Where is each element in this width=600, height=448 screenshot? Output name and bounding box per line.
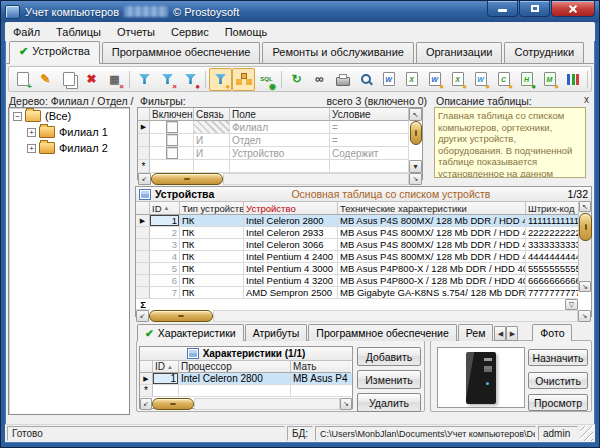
filter-enabled-checkbox[interactable] (166, 147, 178, 159)
filters-vscroll-thumb[interactable] (410, 121, 422, 145)
export-html-icon[interactable]: H● (515, 68, 538, 91)
device-row[interactable]: 2 ПК Intel Celeron 2933 MB Asus P4S 800M… (136, 227, 591, 239)
add-record-icon[interactable]: + (11, 68, 34, 91)
export-word-template-icon[interactable]: W● (423, 68, 446, 91)
tab-photo[interactable]: Фото (532, 324, 572, 341)
description-close-icon[interactable]: x (581, 94, 592, 105)
collapse-icon[interactable]: − (13, 112, 22, 121)
devices-table: Устройства Основная таблица со списком у… (135, 186, 592, 317)
tab-repairs-sub[interactable]: Рем (458, 324, 494, 341)
tab-software-sub[interactable]: Программное обеспечение (308, 324, 456, 341)
corner-jump-icon[interactable]: ↘ (340, 398, 352, 410)
export-oo-calc-icon[interactable]: C● (492, 68, 515, 91)
find-icon[interactable]: ∞ (308, 68, 331, 91)
sql-filter-icon[interactable]: SQL◉ (255, 68, 278, 91)
filter-new-row[interactable]: * ▼ (138, 160, 422, 173)
device-row[interactable]: 3 ПК Intel Celeron 3066 MB Asus P4S 800M… (136, 239, 591, 251)
corner-jump-icon[interactable]: ↙ (140, 398, 152, 410)
tab-attributes[interactable]: Атрибуты (245, 324, 308, 341)
tab-devices[interactable]: Устройства (9, 41, 100, 64)
tab-characteristics[interactable]: Характеристики (137, 324, 244, 341)
tree-panel-toggle-icon[interactable] (232, 68, 255, 91)
characteristics-hscroll-thumb[interactable] (152, 398, 194, 410)
characteristic-row[interactable]: 1 Intel Celeron 2800 MB Asus P4 (140, 373, 352, 385)
tree-item-all[interactable]: − (Все) (9, 108, 129, 124)
delete-all-records-icon[interactable]: ▦× (103, 68, 126, 91)
filter-enabled-checkbox[interactable] (166, 134, 178, 146)
refresh-icon[interactable]: ↻ (285, 68, 308, 91)
expand-icon[interactable]: + (27, 128, 36, 137)
filter-add-icon[interactable] (133, 68, 156, 91)
device-row[interactable]: 4 ПК Intel Pentium 4 2400 MB Asus P4S 80… (136, 251, 591, 263)
tab-scroll-right-icon[interactable]: ▶ (506, 326, 518, 341)
copy-record-icon[interactable] (57, 68, 80, 91)
corner-jump-icon[interactable]: ↖ (579, 201, 591, 212)
print-icon[interactable] (331, 68, 354, 91)
tree-item-branch2[interactable]: + Филиал 2 (9, 140, 129, 156)
table-icon (187, 348, 199, 359)
corner-jump-icon[interactable]: ▼ (409, 160, 422, 173)
tab-employees[interactable]: Сотрудники (504, 42, 584, 63)
filter-enabled-checkbox[interactable] (166, 121, 178, 133)
check-icon (145, 327, 154, 339)
edit-button[interactable]: Изменить (357, 370, 421, 389)
tab-organizations[interactable]: Организации (416, 42, 503, 63)
export-excel-template-icon[interactable]: X● (446, 68, 469, 91)
device-row[interactable]: 5 ПК Intel Pentium 4 3000 MB Asus P4P800… (136, 263, 591, 275)
device-row[interactable]: 7 ПК AMD Sempron 2500 MB Gigabyte GA-K8N… (136, 287, 591, 299)
corner-jump-icon[interactable]: ↖ (409, 108, 422, 121)
tree-item-branch1[interactable]: + Филиал 1 (9, 124, 129, 140)
corner-jump-icon[interactable]: ↘ (579, 281, 591, 292)
devices-vscroll-thumb[interactable] (579, 213, 592, 241)
status-bar: Готово БД: C:\Users\MonbJlan\Documents\У… (5, 424, 595, 442)
corner-jump-icon[interactable]: ↘ (578, 310, 591, 322)
filter-row[interactable]: И Устройство Содержит (138, 147, 422, 160)
delete-button[interactable]: Удалить (357, 393, 421, 412)
expand-icon[interactable]: + (27, 144, 36, 153)
filter-row[interactable]: И Отдел = (138, 134, 422, 147)
menu-help[interactable]: Помощь (217, 24, 276, 40)
characteristic-new-row[interactable]: * (140, 385, 352, 397)
menu-service[interactable]: Сервис (163, 24, 217, 40)
tab-repairs[interactable]: Ремонты и обслуживание (262, 42, 413, 63)
delete-record-icon[interactable]: ✖ (80, 68, 103, 91)
summary-row-toggle-icon[interactable]: ● (591, 68, 592, 91)
export-excel-icon[interactable]: X (400, 68, 423, 91)
edit-record-icon[interactable]: ✎ (34, 68, 57, 91)
menu-reports[interactable]: Отчеты (109, 24, 163, 40)
app-icon (5, 5, 20, 19)
characteristics-hscrollbar: ↙ ↘ (140, 398, 352, 410)
filter-remove-icon[interactable]: × (156, 68, 179, 91)
filters-hscroll-thumb[interactable] (151, 173, 223, 185)
filter-corner-icon[interactable]: ▽ (565, 299, 578, 310)
clear-photo-button[interactable]: Очистить (528, 372, 588, 389)
print-preview-icon[interactable] (354, 68, 377, 91)
filter-clear-icon[interactable]: ● (179, 68, 202, 91)
menu-tables[interactable]: Таблицы (48, 24, 109, 40)
resize-grip[interactable] (580, 426, 593, 441)
status-message: Готово (7, 426, 285, 441)
open-folder-icon (25, 110, 41, 122)
corner-jump-icon[interactable]: ↙ (138, 173, 151, 185)
close-button[interactable] (551, 1, 595, 17)
export-xml-icon[interactable]: M● (538, 68, 561, 91)
devices-hscroll-thumb[interactable] (149, 310, 213, 322)
corner-jump-icon[interactable]: ↙ (136, 310, 149, 322)
chart-icon[interactable] (561, 68, 584, 91)
tab-software[interactable]: Программное обеспечение (102, 42, 261, 63)
branch-tree-panel: − (Все) + Филиал 1 + Филиал 2 (8, 107, 130, 415)
maximize-button[interactable] (519, 1, 550, 17)
filter-row[interactable]: Филиал = (138, 121, 422, 134)
view-photo-button[interactable]: Просмотр (528, 394, 588, 411)
device-row[interactable]: 1 ПК Intel Celeron 2800 MB Asus P4S 800M… (136, 215, 591, 227)
minimize-button[interactable] (487, 1, 518, 17)
export-oo-writer-icon[interactable]: W● (469, 68, 492, 91)
corner-jump-icon[interactable]: ↘ (409, 173, 422, 185)
add-button[interactable]: Добавить (357, 347, 421, 366)
tab-scroll-left-icon[interactable]: ◀ (494, 326, 506, 341)
filter-panel-toggle-icon[interactable]: ● (209, 68, 232, 91)
assign-photo-button[interactable]: Назначить (528, 349, 588, 366)
export-word-icon[interactable]: W (377, 68, 400, 91)
menu-file[interactable]: Файл (5, 24, 48, 40)
device-row[interactable]: 6 ПК Intel Pentium 4 3200 MB Asus P4P800… (136, 275, 591, 287)
